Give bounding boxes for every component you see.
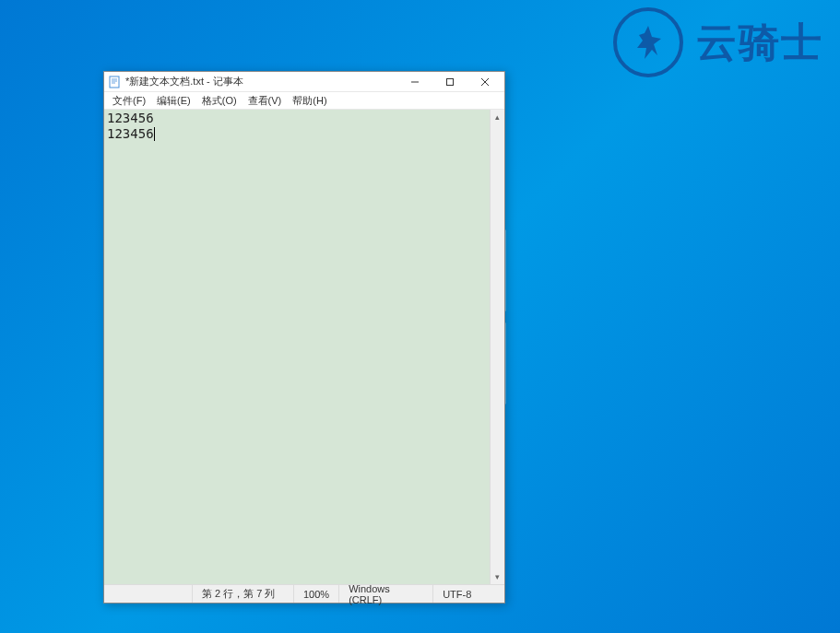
watermark: 云骑士 xyxy=(613,7,823,77)
maximize-button[interactable] xyxy=(432,72,467,92)
notepad-icon xyxy=(108,76,121,88)
vertical-scrollbar[interactable]: ▴ ▾ xyxy=(490,110,504,584)
window-title: *新建文本文档.txt - 记事本 xyxy=(125,75,397,88)
scroll-up-icon[interactable]: ▴ xyxy=(491,110,504,124)
text-cursor xyxy=(154,127,155,141)
close-button[interactable] xyxy=(467,72,503,92)
menu-format[interactable]: 格式(O) xyxy=(197,93,242,109)
menu-help[interactable]: 帮助(H) xyxy=(288,93,331,109)
svg-rect-0 xyxy=(110,76,119,88)
menu-view[interactable]: 查看(V) xyxy=(243,93,287,109)
text-line: 123456 xyxy=(107,126,487,142)
text-line: 123456 xyxy=(107,111,487,126)
text-editor[interactable]: 123456123456 xyxy=(104,110,490,584)
status-line-ending: Windows (CRLF) xyxy=(338,585,432,603)
menubar: 文件(F) 编辑(E) 格式(O) 查看(V) 帮助(H) xyxy=(104,92,504,110)
status-encoding: UTF-8 xyxy=(432,585,504,603)
svg-rect-5 xyxy=(447,78,454,85)
scroll-track[interactable] xyxy=(491,124,504,569)
minimize-button[interactable] xyxy=(397,72,432,92)
status-position: 第 2 行，第 7 列 xyxy=(192,585,293,603)
notepad-window: *新建文本文档.txt - 记事本 文件(F) 编辑(E) 格式(O) 查看(V… xyxy=(103,71,505,604)
menu-file[interactable]: 文件(F) xyxy=(108,93,150,109)
scroll-down-icon[interactable]: ▾ xyxy=(491,569,504,584)
status-zoom: 100% xyxy=(293,585,338,603)
menu-edit[interactable]: 编辑(E) xyxy=(152,93,195,109)
knight-icon xyxy=(613,7,683,77)
titlebar[interactable]: *新建文本文档.txt - 记事本 xyxy=(104,72,504,92)
statusbar: 第 2 行，第 7 列 100% Windows (CRLF) UTF-8 xyxy=(104,584,504,603)
watermark-text: 云骑士 xyxy=(696,16,823,70)
content-area: 123456123456 ▴ ▾ xyxy=(104,110,504,584)
